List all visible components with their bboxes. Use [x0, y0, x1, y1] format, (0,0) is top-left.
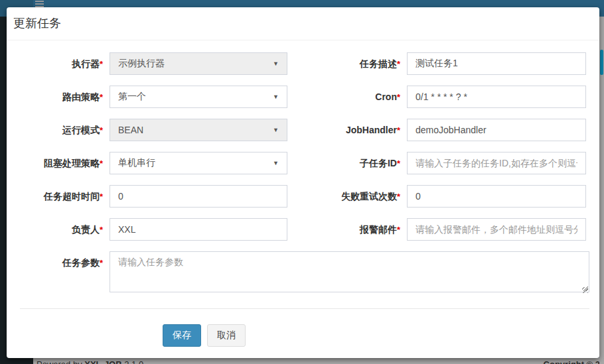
executor-select[interactable]: 示例执行器 ▼: [110, 52, 287, 75]
chevron-down-icon: ▼: [273, 127, 279, 133]
chevron-down-icon: ▼: [273, 60, 279, 67]
cron-input[interactable]: [407, 86, 586, 108]
glue-type-select[interactable]: BEAN ▼: [110, 119, 287, 141]
timeout-input[interactable]: [110, 185, 287, 208]
update-job-modal: 更新任务 执行器* 示例执行器 ▼ 任务描述* 路由策略* 第一个 ▼: [7, 7, 599, 358]
job-param-textarea[interactable]: [110, 251, 589, 292]
jobhandler-input[interactable]: [407, 119, 586, 141]
job-param-label: 任务参数*: [20, 251, 110, 295]
modal-actions: 保存 取消: [20, 309, 589, 347]
scrollbar-thumb[interactable]: [600, 50, 603, 75]
update-job-form: 执行器* 示例执行器 ▼ 任务描述* 路由策略* 第一个 ▼ Cron*: [7, 40, 599, 347]
cancel-button[interactable]: 取消: [207, 324, 246, 347]
scrollbar-track[interactable]: [599, 17, 604, 364]
glue-type-label: 运行模式*: [20, 119, 110, 142]
child-jobid-input[interactable]: [407, 152, 586, 174]
job-desc-label: 任务描述*: [287, 52, 407, 76]
executor-label: 执行器*: [20, 52, 110, 76]
author-label: 负责人*: [20, 218, 110, 241]
modal-title: 更新任务: [13, 15, 593, 31]
alarm-email-label: 报警邮件*: [287, 218, 407, 241]
alarm-email-input[interactable]: [407, 218, 586, 241]
route-strategy-label: 路由策略*: [20, 86, 110, 109]
fail-retry-input[interactable]: [407, 185, 586, 208]
block-strategy-label: 阻塞处理策略*: [20, 152, 110, 175]
chevron-down-icon: ▼: [273, 160, 279, 166]
jobhandler-label: JobHandler*: [287, 119, 407, 142]
child-jobid-label: 子任务ID*: [287, 152, 407, 175]
timeout-label: 任务超时时间*: [20, 185, 110, 208]
cron-label: Cron*: [287, 86, 407, 109]
chevron-down-icon: ▼: [273, 93, 279, 100]
block-strategy-select[interactable]: 单机串行 ▼: [110, 152, 287, 174]
route-strategy-select[interactable]: 第一个 ▼: [110, 86, 287, 108]
author-input[interactable]: [110, 218, 287, 241]
save-button[interactable]: 保存: [163, 324, 201, 347]
fail-retry-label: 失败重试次数*: [287, 185, 407, 208]
job-desc-input[interactable]: [407, 52, 586, 75]
modal-header: 更新任务: [7, 7, 599, 40]
